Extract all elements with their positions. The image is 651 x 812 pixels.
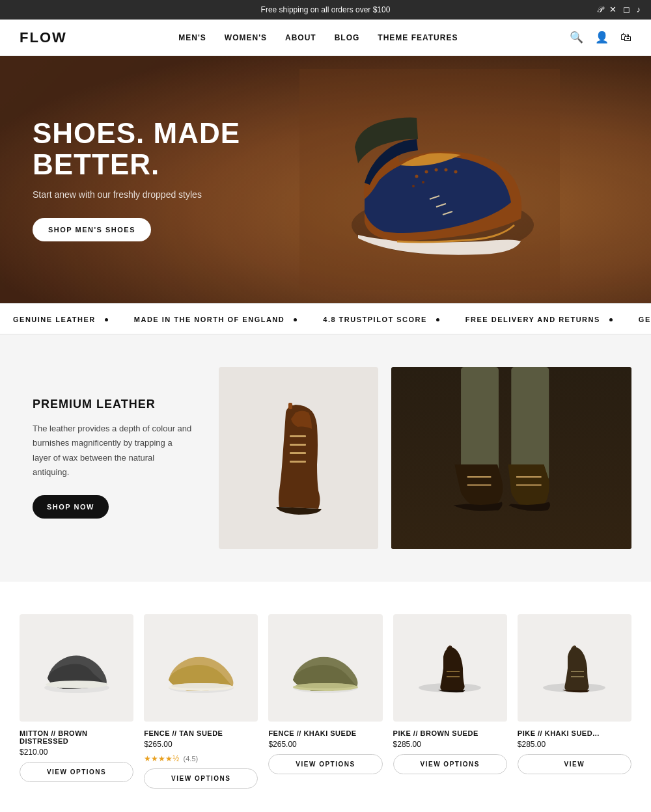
cart-icon[interactable]: 🛍 <box>620 31 631 44</box>
svg-rect-14 <box>290 452 306 454</box>
ticker-inner: GENUINE LEATHER MADE IN THE NORTH OF ENG… <box>0 316 651 323</box>
feature-collection: NEW TASKER COLLECTION SHOP NOW <box>391 367 631 549</box>
feature-title: PREMIUM LEATHER <box>33 398 193 411</box>
twitter-x-icon[interactable]: ✕ <box>609 5 616 15</box>
product-price-5: $285.00 <box>518 740 631 749</box>
svg-point-7 <box>412 185 415 187</box>
hero-shoe-svg <box>299 69 560 290</box>
product-card-2: FENCE // TAN SUEDE $265.00 ★★★★½ (4.5) V… <box>144 614 258 789</box>
svg-point-26 <box>46 681 108 688</box>
svg-rect-15 <box>290 461 306 463</box>
collection-bg-svg <box>391 367 631 549</box>
hero-section: SHOES. MADE BETTER. Start anew with our … <box>0 56 651 303</box>
svg-point-6 <box>454 170 458 174</box>
product-price-1: $210.00 <box>20 748 133 757</box>
svg-point-3 <box>425 170 428 174</box>
ticker-item-4: FREE DELIVERY AND RETURNS <box>452 316 626 323</box>
nav-mens[interactable]: MEN'S <box>178 33 206 42</box>
svg-point-32 <box>296 683 355 688</box>
nav-theme-features[interactable]: THEME FEATURES <box>378 33 458 42</box>
product-card-1: MITTON // BROWN DISTRESSED $210.00 VIEW … <box>20 614 133 789</box>
header: FLOW MEN'S WOMEN'S ABOUT BLOG THEME FEAT… <box>0 20 651 56</box>
product-shoe-svg-1 <box>38 642 116 694</box>
nav-about[interactable]: ABOUT <box>285 33 316 42</box>
feature-text: PREMIUM LEATHER The leather provides a d… <box>20 367 206 549</box>
ticker-bar: GENUINE LEATHER MADE IN THE NORTH OF ENG… <box>0 303 651 334</box>
product-image-3 <box>268 614 382 722</box>
hero-subtitle: Start anew with our freshly dropped styl… <box>33 189 293 200</box>
feature-shoe-image <box>219 367 379 549</box>
main-nav: MEN'S WOMEN'S ABOUT BLOG THEME FEATURES <box>178 33 458 42</box>
product-view-button-1[interactable]: VIEW OPTIONS <box>20 762 133 782</box>
feature-description: The leather provides a depth of colour a… <box>33 422 193 479</box>
nav-blog[interactable]: BLOG <box>335 33 360 42</box>
svg-rect-12 <box>290 435 306 437</box>
instagram-icon[interactable]: ◻ <box>623 5 630 15</box>
product-card-4: PIKE // BROWN SUEDE $285.00 VIEW OPTIONS <box>393 614 507 789</box>
product-review-count-2: (4.5) <box>184 755 199 763</box>
product-name-1: MITTON // BROWN DISTRESSED <box>20 729 133 745</box>
logo[interactable]: FLOW <box>20 29 67 46</box>
hero-content: SHOES. MADE BETTER. Start anew with our … <box>0 118 326 242</box>
pinterest-icon[interactable]: 𝒫 <box>597 5 603 15</box>
product-shoe-svg-5 <box>535 642 613 694</box>
ticker-item-2: MADE IN THE NORTH OF ENGLAND <box>121 316 310 323</box>
svg-rect-13 <box>290 444 306 446</box>
search-icon[interactable]: 🔍 <box>570 31 583 44</box>
product-card-3: FENCE // KHAKI SUEDE $265.00 VIEW OPTION… <box>268 614 382 789</box>
svg-point-29 <box>171 683 231 688</box>
product-shoe-svg-4 <box>411 642 489 694</box>
product-name-2: FENCE // TAN SUEDE <box>144 729 258 737</box>
product-price-4: $285.00 <box>393 740 507 749</box>
feature-shop-now-button[interactable]: SHOP NOW <box>33 495 109 519</box>
announcement-bar: Free shipping on all orders over $100 𝒫 … <box>0 0 651 20</box>
product-image-2 <box>144 614 258 722</box>
header-icons: 🔍 👤 🛍 <box>570 31 631 44</box>
product-view-button-4[interactable]: VIEW OPTIONS <box>393 754 507 774</box>
ticker-dot <box>609 318 613 321</box>
ticker-item-3: 4.8 TRUSTPILOT SCORE <box>310 316 452 323</box>
hero-cta-button[interactable]: SHOP MEN'S SHOES <box>33 218 151 241</box>
svg-point-8 <box>422 181 424 183</box>
account-icon[interactable]: 👤 <box>595 31 609 44</box>
svg-point-5 <box>445 169 448 172</box>
social-icons-group: 𝒫 ✕ ◻ ♪ <box>597 5 641 15</box>
svg-rect-20 <box>512 367 549 480</box>
product-name-3: FENCE // KHAKI SUEDE <box>268 729 382 737</box>
feature-shoe-svg <box>247 393 351 523</box>
product-price-3: $265.00 <box>268 740 382 749</box>
svg-rect-16 <box>288 403 292 409</box>
ticker-item-1: GENUINE LEATHER <box>0 316 121 323</box>
announcement-text: Free shipping on all orders over $100 <box>261 5 391 14</box>
products-grid: MITTON // BROWN DISTRESSED $210.00 VIEW … <box>20 614 631 789</box>
product-stars-2: ★★★★½ (4.5) <box>144 754 258 763</box>
product-shoe-svg-3 <box>286 642 365 694</box>
product-price-2: $265.00 <box>144 740 258 749</box>
ticker-dot <box>105 318 108 321</box>
product-view-button-3[interactable]: VIEW OPTIONS <box>268 754 382 774</box>
product-image-4 <box>393 614 507 722</box>
svg-point-2 <box>415 175 419 178</box>
svg-point-4 <box>435 169 438 172</box>
product-shoe-svg-2 <box>162 642 240 694</box>
product-name-5: PIKE // KHAKI SUED... <box>518 729 631 737</box>
tiktok-icon[interactable]: ♪ <box>637 5 641 15</box>
ticker-item-5: GENUINE LEATHER <box>626 316 651 323</box>
product-view-button-5[interactable]: VIEW <box>518 754 631 774</box>
products-section: MITTON // BROWN DISTRESSED $210.00 VIEW … <box>0 582 651 812</box>
product-view-button-2[interactable]: VIEW OPTIONS <box>144 768 258 789</box>
product-card-5: PIKE // KHAKI SUED... $285.00 VIEW <box>518 614 631 789</box>
svg-rect-19 <box>461 367 499 480</box>
hero-title: SHOES. MADE BETTER. <box>33 118 293 181</box>
product-image-1 <box>20 614 133 722</box>
feature-section: PREMIUM LEATHER The leather provides a d… <box>0 334 651 582</box>
product-name-4: PIKE // BROWN SUEDE <box>393 729 507 737</box>
product-image-5 <box>518 614 631 722</box>
nav-womens[interactable]: WOMEN'S <box>225 33 267 42</box>
ticker-dot <box>436 318 439 321</box>
ticker-dot <box>294 318 297 321</box>
